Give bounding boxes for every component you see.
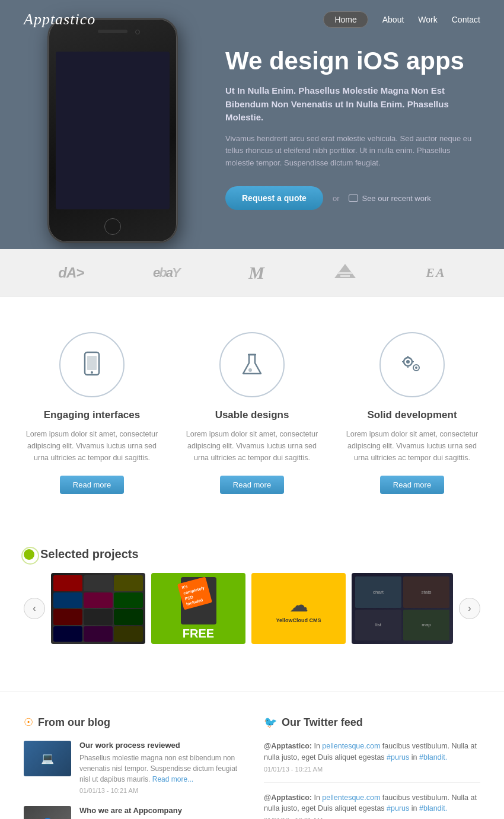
- projects-grid: It's completely PSD Included PSD FREE ☁ …: [45, 573, 459, 644]
- rss-icon: ☉: [24, 716, 33, 729]
- hero-description: Vivamus hendrerit arcu sed erat molestie…: [225, 133, 480, 170]
- svg-point-9: [406, 360, 410, 364]
- svg-rect-1: [338, 272, 352, 274]
- tweet-0-date: 01/01/13 - 10:21 AM: [264, 766, 480, 773]
- tweet-1: @Apptastico: In pellentesque.com faucibu…: [264, 792, 480, 820]
- clients-bar: dA> ebaY M EA: [0, 249, 504, 297]
- tweet-0-link[interactable]: pellentesque.com: [322, 742, 380, 750]
- free-label: FREE: [183, 627, 214, 640]
- blog-column: ☉ From our blog 💻 Our work process revie…: [24, 716, 240, 819]
- cloud-emoji: ☁: [289, 594, 308, 616]
- tweet-1-link[interactable]: pellentesque.com: [322, 793, 380, 802]
- feature-solid-title: Solid development: [344, 409, 480, 421]
- tweet-1-hash1[interactable]: #purus: [387, 804, 409, 812]
- phone-screen: [56, 52, 170, 209]
- project-item-1[interactable]: It's completely PSD Included PSD FREE: [151, 573, 245, 644]
- svg-rect-2: [340, 275, 350, 277]
- hero-or-label: or: [333, 194, 340, 203]
- blog-post-1-title: Who we are at Appcompany: [79, 806, 240, 815]
- feature-solid-readmore[interactable]: Read more: [380, 476, 444, 494]
- feature-solid-icon-circle: [379, 332, 445, 397]
- hero-headline: We design iOS apps: [225, 47, 480, 75]
- mobile-icon: [77, 350, 107, 380]
- tweet-0-hash1[interactable]: #purus: [387, 753, 409, 761]
- projects-carousel: ‹: [24, 573, 480, 644]
- blog-post-0-date: 01/01/13 - 10:21 AM: [79, 787, 240, 794]
- feature-usable-icon-circle: [219, 332, 285, 397]
- svg-point-11: [415, 367, 417, 369]
- feature-solid-desc: Lorem ipsum dolor sit amet, consectetur …: [344, 428, 480, 464]
- feature-engaging: Engaging interfaces Lorem ipsum dolor si…: [24, 332, 160, 494]
- gears-icon: [397, 350, 427, 380]
- client-ea: EA: [426, 265, 445, 281]
- hero-subtitle: Ut In Nulla Enim. Phasellus Molestie Mag…: [225, 84, 480, 125]
- header: Apptastico Home About Work Contact: [0, 0, 504, 39]
- flask-icon: [237, 350, 267, 380]
- bottom-section: ☉ From our blog 💻 Our work process revie…: [0, 691, 504, 819]
- twitter-icon: 🐦: [264, 716, 277, 729]
- client-mcdonalds: M: [248, 263, 264, 283]
- blog-title-row: ☉ From our blog: [24, 716, 240, 729]
- blog-post-0: 💻 Our work process reviewed Phasellus mo…: [24, 741, 240, 794]
- feature-engaging-title: Engaging interfaces: [24, 409, 160, 421]
- project-item-2[interactable]: ☁ YellowCloud CMS: [251, 573, 346, 644]
- svg-rect-4: [87, 356, 97, 370]
- blog-post-0-readmore[interactable]: Read more...: [152, 775, 193, 783]
- twitter-column: 🐦 Our Twitter feed @Apptastico: In pelle…: [264, 716, 480, 819]
- nav-home[interactable]: Home: [323, 11, 368, 28]
- see-recent-work-link[interactable]: See our recent work: [349, 194, 430, 203]
- tweet-1-hash2[interactable]: #blandit.: [419, 804, 447, 812]
- logo: Apptastico: [24, 11, 95, 28]
- carousel-prev-button[interactable]: ‹: [24, 598, 45, 619]
- twitter-section-title: Our Twitter feed: [282, 716, 363, 729]
- blog-post-0-info: Our work process reviewed Phasellus mole…: [79, 741, 240, 794]
- svg-point-7: [248, 368, 252, 372]
- projects-title-dot: [24, 549, 34, 560]
- project-item-3[interactable]: chart stats list map: [352, 573, 453, 644]
- features-section: Engaging interfaces Lorem ipsum dolor si…: [0, 297, 504, 524]
- phone-home-button: [104, 218, 121, 235]
- blog-post-1-thumb: 👤: [24, 806, 71, 819]
- client-ebay: ebaY: [153, 265, 180, 281]
- nav-contact[interactable]: Contact: [452, 15, 480, 24]
- yellowcloud-label: YellowCloud CMS: [276, 617, 321, 623]
- feature-usable-readmore[interactable]: Read more: [220, 476, 284, 494]
- tweet-0: @Apptastico: In pellentesque.com faucibu…: [264, 741, 480, 783]
- hero-content: We design iOS apps Ut In Nulla Enim. Pha…: [225, 47, 480, 210]
- feature-engaging-readmore[interactable]: Read more: [60, 476, 124, 494]
- tweet-1-date: 01/01/13 - 10:21 AM: [264, 817, 480, 819]
- feature-engaging-desc: Lorem ipsum dolor sit amet, consectetur …: [24, 428, 160, 464]
- nav-work[interactable]: Work: [418, 15, 437, 24]
- blog-post-0-thumb: 💻: [24, 741, 71, 776]
- request-quote-button[interactable]: Request a quote: [225, 186, 323, 210]
- carousel-next-button[interactable]: ›: [459, 598, 480, 619]
- projects-title-row: Selected projects: [24, 547, 480, 561]
- blog-post-1-info: Who we are at Appcompany Phasellus moles…: [79, 806, 240, 819]
- blog-post-1: 👤 Who we are at Appcompany Phasellus mol…: [24, 806, 240, 819]
- monitor-icon: [349, 195, 358, 202]
- twitter-title-row: 🐦 Our Twitter feed: [264, 716, 480, 729]
- projects-section: Selected projects ‹: [0, 524, 504, 674]
- svg-point-5: [91, 371, 93, 374]
- client-deviantart: dA>: [58, 264, 84, 281]
- blog-section-title: From our blog: [38, 716, 110, 729]
- blog-post-0-title: Our work process reviewed: [79, 741, 240, 750]
- tweet-1-text: @Apptastico: In pellentesque.com faucibu…: [264, 792, 480, 815]
- projects-title: Selected projects: [40, 547, 139, 561]
- feature-usable-title: Usable designs: [184, 409, 320, 421]
- hero-actions: Request a quote or See our recent work: [225, 186, 480, 210]
- tweet-0-text: @Apptastico: In pellentesque.com faucibu…: [264, 741, 480, 763]
- feature-solid: Solid development Lorem ipsum dolor sit …: [344, 332, 480, 494]
- feature-usable-desc: Lorem ipsum dolor sit amet, consectetur …: [184, 428, 320, 464]
- hero-phone-image: [24, 18, 202, 249]
- feature-usable: Usable designs Lorem ipsum dolor sit ame…: [184, 332, 320, 494]
- tweet-0-hash2[interactable]: #blandit.: [419, 753, 447, 761]
- blog-post-0-excerpt: Phasellus molestie magna non est bibendu…: [79, 753, 240, 785]
- nav-about[interactable]: About: [382, 15, 404, 24]
- main-nav: Home About Work Contact: [323, 11, 480, 28]
- project-item-0[interactable]: [51, 573, 145, 644]
- feature-engaging-icon-circle: [59, 332, 125, 397]
- client-adidas: [333, 263, 357, 282]
